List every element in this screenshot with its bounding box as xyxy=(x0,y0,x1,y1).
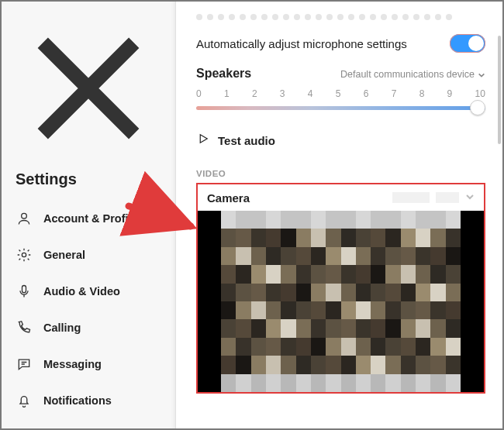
test-audio-button[interactable]: Test audio xyxy=(196,132,485,149)
camera-section-highlight: Camera xyxy=(196,183,485,394)
main-scroll: Automatically adjust microphone settings… xyxy=(176,2,498,428)
speakers-header: Speakers Default communications device xyxy=(196,67,485,81)
chevron-down-icon xyxy=(478,71,485,78)
speakers-heading: Speakers xyxy=(196,67,251,81)
speakers-device-select[interactable]: Default communications device xyxy=(340,69,485,80)
camera-preview xyxy=(198,211,484,392)
settings-main: Automatically adjust microphone settings… xyxy=(176,2,502,428)
close-icon[interactable] xyxy=(16,150,161,163)
phone-icon xyxy=(16,319,33,336)
bell-icon xyxy=(16,392,33,409)
speakers-device-label: Default communications device xyxy=(340,69,475,80)
sidebar-item-account-profile[interactable]: Account & Profile xyxy=(2,201,175,237)
settings-window: Settings Account & Profile General Audio… xyxy=(0,0,504,430)
video-section-label: VIDEO xyxy=(196,169,485,178)
person-icon xyxy=(16,210,33,227)
sidebar-item-label: Audio & Video xyxy=(43,285,120,298)
settings-title: Settings xyxy=(2,164,175,201)
camera-header: Camera xyxy=(198,184,484,211)
camera-device-select[interactable] xyxy=(392,191,475,205)
camera-heading: Camera xyxy=(207,191,250,205)
svg-point-1 xyxy=(22,253,26,256)
sidebar-item-label: Account & Profile xyxy=(43,212,138,225)
play-icon xyxy=(196,132,210,149)
chevron-down-icon xyxy=(465,191,475,205)
sidebar-item-audio-video[interactable]: Audio & Video xyxy=(2,273,175,310)
sidebar-item-label: Notifications xyxy=(43,394,112,407)
volume-ticks: 0 1 2 3 4 5 6 7 8 9 10 xyxy=(196,88,485,99)
settings-nav: Account & Profile General Audio & Video … xyxy=(2,201,175,430)
sidebar-item-label: Calling xyxy=(43,322,81,334)
sidebar-item-notifications[interactable]: Notifications xyxy=(2,383,175,419)
slider-knob[interactable] xyxy=(470,100,485,115)
speakers-volume-slider[interactable] xyxy=(196,101,485,115)
sidebar-item-calling[interactable]: Calling xyxy=(2,310,175,346)
svg-rect-2 xyxy=(22,286,26,293)
sidebar-item-messaging[interactable]: Messaging xyxy=(2,346,175,383)
test-audio-label: Test audio xyxy=(218,134,275,147)
mic-level-dots xyxy=(196,9,485,31)
sidebar-item-general[interactable]: General xyxy=(2,237,175,273)
auto-adjust-mic-row: Automatically adjust microphone settings xyxy=(196,31,485,67)
gear-icon xyxy=(16,246,33,263)
settings-sidebar: Settings Account & Profile General Audio… xyxy=(2,2,176,428)
camera-device-placeholder xyxy=(436,192,459,203)
sidebar-item-label: Messaging xyxy=(43,358,102,370)
svg-point-0 xyxy=(22,213,27,218)
message-icon xyxy=(16,356,33,373)
auto-adjust-mic-toggle[interactable] xyxy=(450,34,485,53)
mic-icon xyxy=(16,283,33,300)
sidebar-item-contacts[interactable]: Contacts xyxy=(2,419,175,430)
auto-adjust-mic-label: Automatically adjust microphone settings xyxy=(196,37,407,50)
sidebar-item-label: General xyxy=(43,249,85,261)
camera-device-placeholder xyxy=(392,192,430,203)
scrollbar[interactable] xyxy=(498,36,501,144)
